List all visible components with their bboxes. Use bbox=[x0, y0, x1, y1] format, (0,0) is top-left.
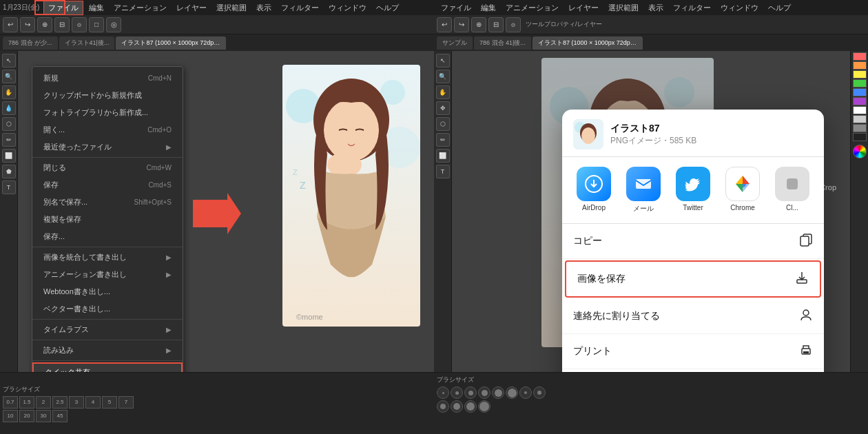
toolbar-btn-6[interactable]: □ bbox=[89, 17, 104, 32]
color-wheel[interactable] bbox=[853, 145, 867, 158]
layer-menu[interactable]: レイヤー bbox=[172, 1, 211, 14]
right-layer-menu[interactable]: レイヤー bbox=[564, 1, 603, 14]
menu-export-image[interactable]: 画像を統合して書き出し ▶ bbox=[32, 249, 183, 266]
tool-cursor[interactable]: ↖ bbox=[2, 54, 16, 68]
brush-10[interactable]: 10 bbox=[3, 410, 18, 422]
right-help-menu[interactable]: ヘルプ bbox=[764, 1, 795, 14]
toolbar-btn-1[interactable]: ↩ bbox=[3, 17, 18, 32]
toolbar-btn-5[interactable]: ⌾ bbox=[72, 17, 87, 32]
menu-save-copy[interactable]: 複製を保存 bbox=[32, 211, 183, 228]
share-app-chrome[interactable]: Chrome bbox=[722, 167, 763, 214]
right-tool-move[interactable]: ✥ bbox=[436, 101, 450, 115]
menu-new-clipboard[interactable]: クリップボードから新規作成 bbox=[32, 87, 183, 104]
menu-open[interactable]: 開く... Cmd+O bbox=[32, 121, 183, 138]
share-app-twitter[interactable]: Twitter bbox=[672, 167, 714, 214]
menu-save-as[interactable]: 別名で保存... Shift+Opt+S bbox=[32, 194, 183, 211]
right-toolbar-btn-5[interactable]: ⌾ bbox=[506, 17, 521, 32]
share-item-save-image[interactable]: 画像を保存 bbox=[565, 260, 821, 298]
brush-1.5[interactable]: 1.5 bbox=[19, 396, 34, 409]
share-item-copy[interactable]: コピー bbox=[562, 224, 824, 259]
palette-red[interactable] bbox=[853, 52, 867, 61]
brush-4[interactable]: 4 bbox=[85, 396, 101, 409]
brush-45[interactable]: 45 bbox=[52, 410, 68, 422]
share-item-shared-album[interactable]: 共有アルバムに追加 bbox=[562, 369, 824, 372]
right-brush-2[interactable] bbox=[451, 386, 463, 399]
right-toolbar-btn-4[interactable]: ⊟ bbox=[488, 17, 504, 32]
palette-purple[interactable] bbox=[853, 97, 867, 105]
menu-new-photo[interactable]: フォトライブラリから新作成... bbox=[32, 104, 183, 121]
tab-1[interactable]: 786 混合 が少... bbox=[3, 37, 58, 50]
window-menu[interactable]: ウィンドウ bbox=[324, 1, 371, 14]
share-item-print[interactable]: プリント bbox=[562, 334, 824, 369]
right-file-menu[interactable]: ファイル bbox=[437, 1, 475, 14]
palette-gray[interactable] bbox=[853, 124, 867, 132]
palette-white[interactable] bbox=[853, 106, 867, 114]
toolbar-btn-2[interactable]: ↪ bbox=[20, 17, 35, 32]
right-tool-cursor[interactable]: ↖ bbox=[436, 54, 450, 68]
menu-close[interactable]: 閉じる Cmd+W bbox=[32, 159, 183, 176]
edit-menu[interactable]: 編集 bbox=[85, 1, 108, 14]
view-menu[interactable]: 表示 bbox=[252, 1, 276, 14]
brush-2.5[interactable]: 2.5 bbox=[52, 396, 68, 409]
right-view-menu[interactable]: 表示 bbox=[644, 1, 668, 14]
tool-select[interactable]: ⬡ bbox=[2, 117, 16, 131]
palette-lightgray[interactable] bbox=[853, 115, 867, 123]
right-tool-pen[interactable]: ✏ bbox=[436, 133, 450, 147]
right-brush-12[interactable] bbox=[478, 400, 490, 413]
right-toolbar-btn-3[interactable]: ⊕ bbox=[471, 17, 486, 32]
share-app-airdrop[interactable]: AirDrop bbox=[573, 167, 614, 214]
brush-3[interactable]: 3 bbox=[69, 396, 84, 409]
right-tab-3[interactable]: イラスト87 (1000 × 1000px 72dpi 126.1%) bbox=[533, 37, 643, 50]
brush-20[interactable]: 20 bbox=[19, 410, 34, 422]
right-tool-hand[interactable]: ✋ bbox=[436, 85, 450, 99]
tool-text[interactable]: T bbox=[2, 180, 16, 194]
right-brush-1[interactable] bbox=[437, 386, 449, 399]
toolbar-btn-4[interactable]: ⊟ bbox=[54, 17, 70, 32]
right-animation-menu[interactable]: アニメーション bbox=[502, 1, 563, 14]
menu-new[interactable]: 新規 Cmd+N bbox=[32, 70, 183, 87]
share-app-mail[interactable]: メール bbox=[623, 167, 664, 214]
file-menu[interactable]: ファイル bbox=[43, 1, 83, 15]
tab-2[interactable]: イラスト41|後... bbox=[59, 37, 115, 50]
menu-import[interactable]: 読み込み ▶ bbox=[32, 342, 183, 359]
animation-menu[interactable]: アニメーション bbox=[110, 1, 171, 14]
right-brush-6[interactable] bbox=[506, 386, 518, 399]
right-tool-eraser[interactable]: ⬜ bbox=[436, 149, 450, 163]
right-brush-5[interactable] bbox=[492, 386, 504, 399]
right-edit-menu[interactable]: 編集 bbox=[477, 1, 500, 14]
menu-save-dot[interactable]: 保存... bbox=[32, 228, 183, 245]
right-toolbar-btn-1[interactable]: ↩ bbox=[437, 17, 452, 32]
tool-eyedrop[interactable]: 💧 bbox=[2, 101, 16, 115]
tool-pen[interactable]: ✏ bbox=[2, 133, 16, 147]
right-tab-2[interactable]: 786 混合 41|後... bbox=[474, 37, 531, 50]
toolbar-btn-3[interactable]: ⊕ bbox=[37, 17, 52, 32]
palette-yellow[interactable] bbox=[853, 70, 867, 79]
palette-green[interactable] bbox=[853, 79, 867, 87]
select-menu[interactable]: 選択範囲 bbox=[212, 1, 251, 14]
tool-fill[interactable]: ⬟ bbox=[2, 165, 16, 178]
right-toolbar-btn-2[interactable]: ↪ bbox=[454, 17, 469, 32]
right-brush-3[interactable] bbox=[464, 386, 477, 399]
right-filter-menu[interactable]: フィルター bbox=[669, 1, 715, 14]
tool-hand[interactable]: ✋ bbox=[2, 85, 16, 99]
menu-export-vector[interactable]: ベクター書き出し... bbox=[32, 300, 183, 318]
toolbar-btn-7[interactable]: ◎ bbox=[106, 17, 121, 32]
filter-menu[interactable]: フィルター bbox=[277, 1, 323, 14]
palette-blue[interactable] bbox=[853, 88, 867, 96]
menu-export-animation[interactable]: アニメーション書き出し ▶ bbox=[32, 266, 183, 283]
right-window-menu[interactable]: ウィンドウ bbox=[716, 1, 763, 14]
right-tool-select[interactable]: ⬡ bbox=[436, 117, 450, 131]
share-item-assign-contact[interactable]: 連絡先に割り当てる bbox=[562, 299, 824, 334]
tool-eraser[interactable]: ⬜ bbox=[2, 149, 16, 163]
palette-black[interactable] bbox=[853, 133, 867, 141]
menu-timelapse[interactable]: タイムラプス ▶ bbox=[32, 321, 183, 338]
brush-5[interactable]: 5 bbox=[102, 396, 117, 409]
right-select-menu[interactable]: 選択範囲 bbox=[604, 1, 643, 14]
brush-0.7[interactable]: 0.7 bbox=[3, 396, 18, 409]
right-brush-10[interactable] bbox=[451, 400, 463, 413]
tool-zoom[interactable]: 🔍 bbox=[2, 70, 16, 83]
right-brush-7[interactable] bbox=[519, 386, 532, 399]
brush-30[interactable]: 30 bbox=[36, 410, 51, 422]
right-tab-1[interactable]: サンプル bbox=[437, 37, 473, 50]
right-brush-8[interactable] bbox=[533, 386, 546, 399]
